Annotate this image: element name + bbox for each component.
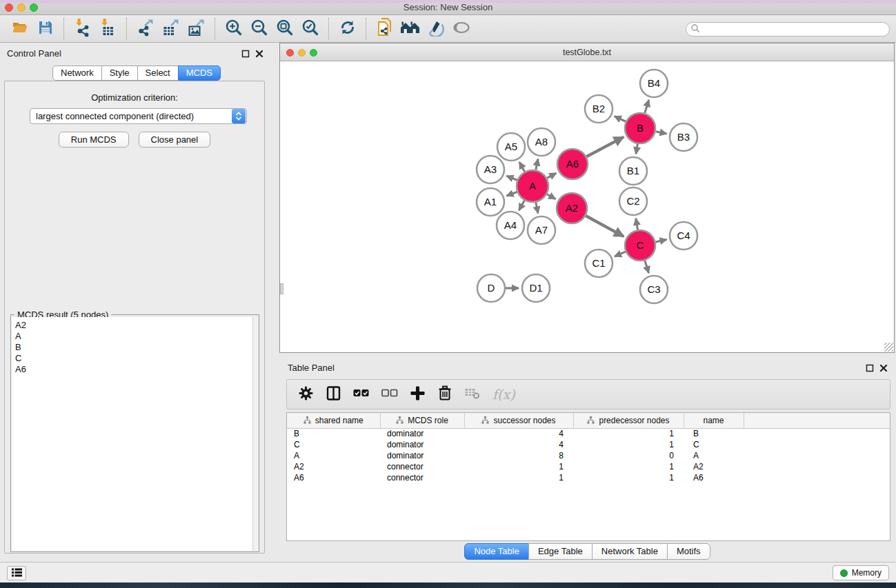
zoom-in-button[interactable]: [221, 17, 246, 41]
table-cell[interactable]: A: [287, 450, 380, 461]
table-cell[interactable]: dominator: [380, 428, 464, 439]
zoom-selected-button[interactable]: [297, 17, 323, 41]
column-header-shared-name[interactable]: shared name: [287, 413, 380, 428]
graph-node-A3[interactable]: A3: [477, 156, 504, 183]
table-cell[interactable]: A6: [684, 472, 744, 483]
zoom-fit-button[interactable]: [272, 17, 297, 41]
table-row[interactable]: Adominator80A: [287, 450, 890, 461]
result-scrollbar[interactable]: [252, 317, 258, 551]
graph-edge-C-C2[interactable]: [636, 219, 638, 230]
graph-node-C3[interactable]: C3: [640, 276, 668, 303]
graph-node-A5[interactable]: A5: [497, 133, 525, 161]
open-session-button[interactable]: [7, 17, 32, 41]
graph-edge-A-A7[interactable]: [536, 203, 538, 214]
search-input[interactable]: [700, 24, 889, 35]
import-table-button[interactable]: [95, 17, 121, 41]
table-cell[interactable]: dominator: [380, 439, 464, 450]
table-cell[interactable]: 1: [573, 428, 684, 439]
table-cell[interactable]: 4: [464, 439, 573, 450]
save-session-button[interactable]: [32, 17, 58, 41]
graph-edge-C-C1[interactable]: [615, 252, 626, 256]
table-cell[interactable]: 1: [573, 472, 684, 483]
delete-table-button[interactable]: [464, 384, 481, 405]
search-field[interactable]: [686, 22, 890, 37]
table-row[interactable]: A6connector11A6: [287, 472, 890, 483]
graph-node-B1[interactable]: B1: [619, 157, 647, 185]
tab-edge-table[interactable]: Edge Table: [528, 543, 593, 560]
tab-motifs[interactable]: Motifs: [667, 543, 710, 560]
clone-network-button[interactable]: [372, 17, 397, 41]
mcds-result-list[interactable]: A2ABCA6: [12, 317, 252, 551]
graph-edge-B-B1[interactable]: [636, 144, 637, 154]
mcds-result-item[interactable]: A6: [15, 364, 252, 375]
graph-node-B2[interactable]: B2: [585, 95, 613, 123]
close-panel-icon[interactable]: [879, 363, 888, 375]
close-panel-icon[interactable]: [255, 48, 263, 61]
float-panel-icon[interactable]: [241, 48, 250, 61]
refresh-button[interactable]: [335, 17, 360, 41]
column-header-successor-nodes[interactable]: successor nodes: [464, 413, 573, 428]
resize-grip-icon[interactable]: [884, 343, 893, 352]
table-cell[interactable]: C: [287, 439, 380, 450]
table-cell[interactable]: 0: [573, 450, 684, 461]
graph-edge-A-A1[interactable]: [506, 192, 517, 196]
graph-node-C[interactable]: C: [625, 230, 655, 261]
table-cell[interactable]: B: [684, 428, 744, 439]
task-history-button[interactable]: [7, 566, 26, 580]
table-cell[interactable]: 1: [573, 439, 684, 450]
memory-button[interactable]: Memory: [833, 565, 889, 580]
tab-mcds[interactable]: MCDS: [178, 65, 221, 81]
graph-node-D1[interactable]: D1: [522, 274, 550, 302]
table-cell[interactable]: connector: [380, 461, 464, 472]
table-cell[interactable]: 1: [464, 472, 573, 483]
close-panel-button[interactable]: Close panel: [139, 132, 211, 148]
mcds-result-item[interactable]: C: [15, 353, 252, 364]
table-cell[interactable]: A2: [684, 461, 744, 472]
graph-edge-A-A5[interactable]: [519, 162, 525, 172]
mcds-result-item[interactable]: B: [15, 342, 252, 353]
graph-node-A4[interactable]: A4: [497, 212, 524, 239]
export-table-button[interactable]: [158, 17, 183, 41]
table-cell[interactable]: 1: [464, 461, 573, 472]
graph-edge-A-A3[interactable]: [506, 176, 517, 180]
table-cell[interactable]: 4: [464, 428, 573, 439]
mcds-result-item[interactable]: A: [15, 331, 252, 342]
table-cell[interactable]: 1: [573, 461, 684, 472]
select-all-button[interactable]: [353, 384, 370, 405]
export-image-button[interactable]: [183, 17, 209, 41]
tab-select[interactable]: Select: [137, 65, 179, 81]
hide-style-button[interactable]: [423, 17, 448, 41]
criterion-dropdown[interactable]: largest connected component (directed): [30, 108, 247, 124]
graph-node-A6[interactable]: A6: [557, 149, 588, 179]
table-cell[interactable]: A: [684, 450, 744, 461]
graph-node-B[interactable]: B: [625, 113, 655, 143]
tab-network-table[interactable]: Network Table: [592, 543, 668, 560]
table-cell[interactable]: dominator: [380, 450, 464, 461]
tab-network[interactable]: Network: [52, 65, 102, 81]
graph-edge-A-A2[interactable]: [547, 194, 556, 199]
deselect-all-button[interactable]: [381, 384, 398, 405]
graph-node-B3[interactable]: B3: [670, 123, 697, 151]
table-cell[interactable]: connector: [380, 472, 464, 483]
graph-node-A8[interactable]: A8: [528, 128, 555, 156]
graph-edge-C-C3[interactable]: [645, 261, 649, 273]
graph-node-A2[interactable]: A2: [557, 193, 587, 223]
table-cell[interactable]: B: [287, 428, 380, 439]
graph-node-C2[interactable]: C2: [619, 187, 647, 215]
node-table[interactable]: shared nameMCDS rolesuccessor nodesprede…: [286, 412, 890, 541]
graph-edge-B-B4[interactable]: [645, 100, 649, 113]
view-splitter-handle[interactable]: [280, 283, 283, 294]
home-view-button[interactable]: [397, 17, 423, 41]
graph-edge-A2-C[interactable]: [586, 216, 624, 236]
table-header-row[interactable]: shared nameMCDS rolesuccessor nodesprede…: [287, 413, 890, 428]
table-cell[interactable]: A2: [287, 461, 380, 472]
table-cell[interactable]: C: [684, 439, 744, 450]
network-canvas[interactable]: AA6A2BCA1A3A4A5A7A8B1B2B3B4C1C2C3C4DD1: [280, 61, 894, 353]
table-row[interactable]: A2connector11A2: [287, 461, 890, 472]
graph-edge-A6-B[interactable]: [586, 137, 624, 157]
network-window-titlebar[interactable]: testGlobe.txt: [280, 43, 894, 61]
table-cell[interactable]: 8: [464, 450, 573, 461]
graph-edge-A-A6[interactable]: [547, 173, 556, 178]
float-panel-icon[interactable]: [866, 363, 874, 375]
delete-column-button[interactable]: [437, 384, 452, 405]
